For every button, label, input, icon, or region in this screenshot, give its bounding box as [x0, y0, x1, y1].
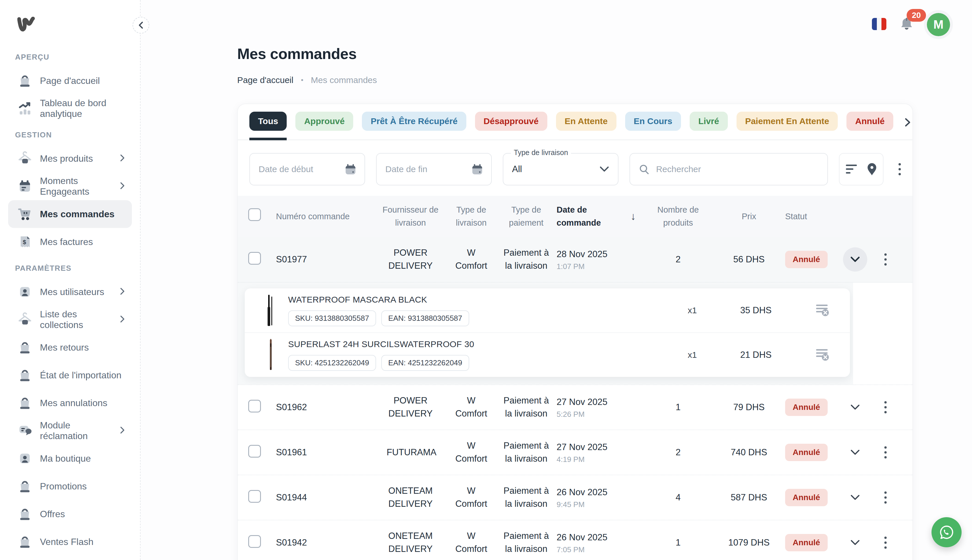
column-header-price[interactable]: Prix: [713, 210, 785, 223]
breadcrumb: Page d'accueil • Mes commandes: [237, 75, 913, 85]
chevron-right-icon: [120, 427, 125, 435]
breadcrumb-separator: •: [301, 76, 303, 84]
breadcrumb-home[interactable]: Page d'accueil: [237, 75, 293, 85]
date-start-field[interactable]: [249, 153, 365, 185]
delivery-type-label: Type de livraison: [511, 148, 571, 157]
table-row[interactable]: S01962 POWER DELIVERY W Comfort Paiement…: [238, 384, 912, 430]
product-removed-list-icon[interactable]: [798, 348, 847, 361]
location-pin-icon: [867, 163, 877, 176]
sidebar-item-ventes-flash[interactable]: Ventes Flash: [8, 528, 132, 556]
svg-text:$: $: [23, 238, 26, 245]
table-row[interactable]: S01944 ONETEAM DELIVERY W Comfort Paieme…: [238, 475, 912, 520]
product-row: SUPERLAST 24H SURCILSWATERPROOF 30 SKU: …: [245, 332, 850, 377]
hanger-icon: [17, 312, 32, 327]
row-menu-icon[interactable]: [869, 443, 902, 462]
sidebar-item-offres[interactable]: Offres: [8, 500, 132, 528]
sidebar-item-mes-retours[interactable]: Mes retours: [8, 333, 132, 361]
tab-approuve[interactable]: Approuvé: [295, 112, 353, 140]
tab-livre[interactable]: Livré: [690, 112, 728, 140]
tab-en-cours[interactable]: En Cours: [625, 112, 681, 140]
notification-badge: 20: [907, 9, 926, 22]
sidebar-item-etat-importation[interactable]: État de l'importation: [8, 361, 132, 389]
sidebar-item-mes-commandes[interactable]: Mes commandes: [8, 200, 132, 228]
row-checkbox[interactable]: [248, 490, 261, 503]
row-menu-icon[interactable]: [869, 488, 902, 507]
sidebar-item-mes-utilisateurs[interactable]: Mes utilisateurs: [8, 278, 132, 306]
column-header-status[interactable]: Statut: [785, 210, 843, 223]
status-cell: Annulé: [785, 251, 843, 268]
search-field[interactable]: [630, 153, 828, 185]
expand-row-button[interactable]: [843, 485, 867, 510]
chevron-left-icon: [138, 21, 144, 29]
tabs-scroll-next-button[interactable]: [904, 117, 911, 128]
header-checkbox-cell: [248, 208, 276, 225]
tab-paiement-en-attente[interactable]: Paiement En Attente: [737, 112, 838, 140]
date-end-field[interactable]: [376, 153, 492, 185]
tab-pret-a-etre-recupere[interactable]: Prêt À Être Récupéré: [362, 112, 466, 140]
delivery-type-select[interactable]: Type de livraison All: [503, 153, 619, 185]
brand-logo[interactable]: [8, 12, 132, 45]
column-header-supplier[interactable]: Fournisseur de livraison: [374, 203, 447, 229]
row-checkbox[interactable]: [248, 535, 261, 548]
user-icon: [17, 284, 32, 299]
view-options-group[interactable]: [839, 153, 884, 185]
tab-desapprouve[interactable]: Désapprouvé: [475, 112, 547, 140]
column-header-delivery-type[interactable]: Type de livraison: [447, 203, 496, 229]
orders-card: Tous Approuvé Prêt À Être Récupéré Désap…: [237, 103, 913, 560]
table-options-menu-icon[interactable]: [899, 163, 901, 175]
notifications-button[interactable]: 20: [899, 17, 914, 33]
table-row[interactable]: S01942 ONETEAM DELIVERY W Comfort Paieme…: [238, 520, 912, 560]
sidebar-collapse-button[interactable]: [132, 17, 149, 33]
row-menu-icon[interactable]: [869, 250, 902, 268]
price-cell: 56 DHS: [713, 254, 785, 265]
column-header-order[interactable]: Numéro commande: [276, 210, 374, 223]
column-header-date[interactable]: Date de commande: [557, 203, 623, 229]
sidebar-item-tableau-de-bord[interactable]: Tableau de bord analytique: [8, 95, 132, 122]
date-end-input[interactable]: [385, 164, 472, 174]
column-header-payment[interactable]: Type de paiement: [496, 203, 557, 229]
table-row[interactable]: S01961 FUTURAMA W Comfort Paiement à la …: [238, 430, 912, 475]
row-checkbox[interactable]: [248, 400, 261, 412]
sidebar-item-ma-boutique[interactable]: Ma boutique: [8, 445, 132, 472]
sidebar-item-mes-annulations[interactable]: Mes annulations: [8, 389, 132, 417]
expand-row-button[interactable]: [843, 395, 867, 419]
sidebar-item-module-reclamation[interactable]: Module réclamation: [8, 417, 132, 445]
table-row[interactable]: S01977 POWER DELIVERY W Comfort Paiement…: [238, 237, 912, 282]
sort-descending-icon[interactable]: ↓: [623, 208, 644, 225]
sidebar-item-moments-engageants[interactable]: Moments Engageants: [8, 172, 132, 200]
language-flag-fr[interactable]: [872, 18, 886, 31]
expand-row-button[interactable]: [843, 440, 867, 465]
collapse-row-button[interactable]: [843, 247, 867, 272]
sidebar-item-mes-factures[interactable]: $ Mes factures: [8, 228, 132, 256]
tab-en-attente[interactable]: En Attente: [556, 112, 617, 140]
column-header-products[interactable]: Nombre de produits: [644, 203, 713, 229]
product-quantity: x1: [670, 350, 714, 360]
sidebar-section-apercu: APERÇU: [8, 45, 132, 67]
row-menu-icon[interactable]: [869, 534, 902, 552]
product-removed-list-icon[interactable]: [798, 304, 847, 317]
sidebar-item-promotions[interactable]: Promotions: [8, 472, 132, 500]
tab-annule[interactable]: Annulé: [847, 112, 893, 140]
bag-icon: [17, 73, 32, 88]
sidebar-item-label: Ma boutique: [40, 453, 125, 464]
date-start-input[interactable]: [258, 164, 345, 174]
sidebar-item-page-accueil[interactable]: Page d'accueil: [8, 67, 132, 95]
row-menu-icon[interactable]: [869, 398, 902, 416]
row-checkbox[interactable]: [248, 445, 261, 458]
status-badge: Annulé: [785, 398, 828, 416]
sidebar-item-label: Mes annulations: [40, 398, 125, 408]
product-quantity: x1: [670, 305, 714, 315]
select-all-checkbox[interactable]: [248, 208, 261, 221]
search-input[interactable]: [656, 164, 819, 174]
sidebar-item-mes-produits[interactable]: Mes produits: [8, 145, 132, 172]
tab-tous[interactable]: Tous: [249, 112, 287, 140]
delivery-type-value: All: [512, 164, 522, 174]
chevron-down-icon: [850, 256, 860, 263]
sidebar-item-liste-collections[interactable]: Liste des collections: [8, 306, 132, 333]
avatar[interactable]: M: [927, 13, 950, 36]
row-checkbox[interactable]: [248, 252, 261, 265]
expand-row-button[interactable]: [843, 530, 867, 555]
chat-icon: [17, 423, 32, 438]
whatsapp-button[interactable]: [932, 517, 962, 547]
order-number: S01977: [276, 254, 374, 265]
